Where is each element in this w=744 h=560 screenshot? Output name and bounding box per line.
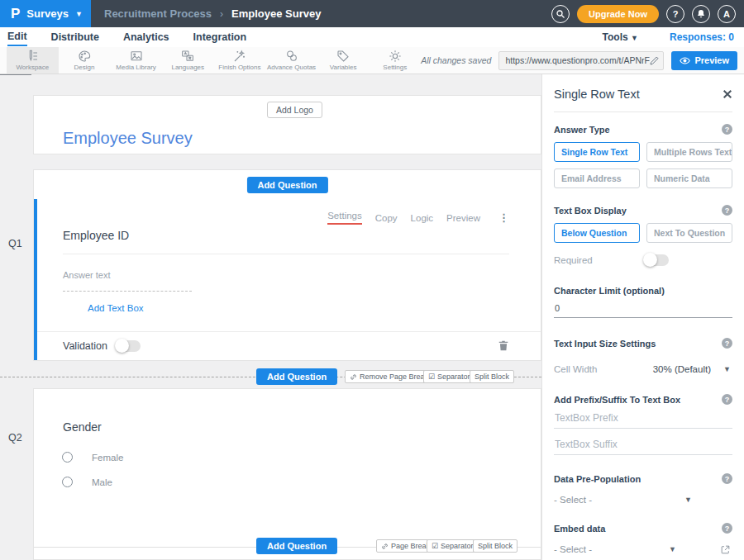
- chevron-down-icon: ▼: [669, 545, 676, 553]
- tools-menu[interactable]: Tools ▼: [603, 31, 638, 43]
- responses-count-link[interactable]: Responses: 0: [670, 31, 734, 43]
- q2-option-female[interactable]: Female: [62, 452, 123, 463]
- add-logo-button[interactable]: Add Logo: [267, 102, 322, 118]
- tab-distribute[interactable]: Distribute: [51, 30, 99, 45]
- upgrade-now-button[interactable]: Upgrade Now: [577, 5, 659, 23]
- toolbar-item-advance-quotas[interactable]: Advance Quotas: [265, 47, 317, 74]
- survey-header-card: Add Logo Employee Survey: [33, 95, 541, 154]
- separator-button[interactable]: ☑ Separator: [423, 370, 475, 383]
- toolbar-item-media-library[interactable]: Media Library: [110, 47, 162, 74]
- q1-logic-action[interactable]: Logic: [411, 213, 434, 223]
- radio-icon: [62, 452, 73, 463]
- link-icon: [381, 543, 389, 550]
- search-button[interactable]: [551, 5, 570, 23]
- validation-toggle[interactable]: [116, 340, 141, 352]
- help-icon[interactable]: ?: [722, 523, 732, 534]
- textbox-prefix-input[interactable]: [554, 412, 732, 429]
- tab-integration[interactable]: Integration: [193, 30, 247, 45]
- question-1-title[interactable]: Employee ID: [63, 229, 129, 242]
- help-icon[interactable]: ?: [722, 394, 732, 405]
- toolbar-item-workspace[interactable]: Workspace: [7, 47, 59, 74]
- add-question-button-bottom[interactable]: Add Question: [256, 538, 337, 554]
- preview-button[interactable]: Preview: [671, 51, 737, 70]
- split-block-button[interactable]: Split Block: [473, 539, 517, 553]
- breadcrumb-parent[interactable]: Recruitment Process: [104, 7, 212, 20]
- required-toggle[interactable]: [644, 254, 669, 266]
- chevron-down-icon: ▼: [631, 34, 638, 42]
- trash-icon: [498, 339, 509, 352]
- text-box-display-label: Text Box Display: [554, 206, 627, 216]
- prefix-suffix-label: Add Prefix/Suffix To Text Box: [554, 395, 680, 405]
- answer-text-field[interactable]: Answer text: [63, 270, 192, 292]
- advance-quotas-icon: [285, 50, 298, 63]
- chevron-down-icon: ▼: [723, 365, 731, 373]
- survey-url-box: [498, 51, 664, 70]
- account-avatar[interactable]: A: [718, 5, 736, 23]
- notifications-button[interactable]: [692, 5, 710, 23]
- separator-button[interactable]: ☑ Separator: [427, 539, 479, 553]
- tab-edit[interactable]: Edit: [7, 29, 27, 46]
- toolbar-item-variables[interactable]: Variables: [317, 47, 370, 74]
- add-text-box-link[interactable]: Add Text Box: [88, 303, 144, 313]
- question-2-title[interactable]: Gender: [63, 420, 102, 434]
- toolbar-item-finish-options[interactable]: Finish Options: [214, 47, 266, 74]
- question-1-number: Q1: [8, 238, 22, 249]
- panel-title: Single Row Text: [554, 88, 640, 101]
- add-question-button-top[interactable]: Add Question: [246, 177, 327, 193]
- character-limit-input[interactable]: [554, 303, 732, 318]
- textbox-suffix-input[interactable]: [554, 439, 732, 455]
- eye-icon: [680, 55, 690, 66]
- q1-preview-action[interactable]: Preview: [446, 213, 480, 223]
- q2-option-male[interactable]: Male: [62, 477, 112, 487]
- toolbar-item-languages[interactable]: Languages: [162, 47, 214, 74]
- external-link-button[interactable]: [720, 544, 731, 555]
- help-icon[interactable]: ?: [722, 338, 732, 349]
- q1-copy-action[interactable]: Copy: [375, 213, 398, 223]
- q1-settings-action[interactable]: Settings: [327, 211, 362, 225]
- breadcrumb-current: Employee Survey: [231, 7, 321, 20]
- required-label: Required: [554, 255, 593, 265]
- close-panel-button[interactable]: [723, 89, 732, 99]
- question-1-selected: Settings Copy Logic Preview ⋮ Employee I…: [34, 199, 541, 360]
- remove-page-break-button[interactable]: Remove Page Break: [345, 370, 433, 383]
- data-prepopulation-select[interactable]: - Select - ▼: [554, 495, 732, 505]
- chevron-down-icon: ▼: [684, 496, 692, 504]
- validation-label: Validation: [63, 340, 107, 352]
- cell-width-dropdown[interactable]: Cell Width 30% (Default) ▼: [554, 364, 732, 374]
- split-block-button[interactable]: Split Block: [470, 370, 514, 383]
- help-icon[interactable]: ?: [722, 124, 732, 135]
- edit-pencil-icon[interactable]: [650, 55, 660, 65]
- cell-width-value: 30% (Default): [653, 364, 711, 374]
- answer-type-single-row[interactable]: Single Row Text: [554, 142, 640, 162]
- embed-data-select[interactable]: - Select - ▼: [554, 544, 732, 554]
- help-icon[interactable]: ?: [722, 473, 732, 484]
- scrollbar-thumb[interactable]: [0, 74, 31, 75]
- add-question-button-mid[interactable]: Add Question: [256, 368, 337, 385]
- question-block-1: Add Question Settings Copy Logic Preview…: [33, 169, 541, 361]
- breadcrumb-separator-icon: ›: [220, 8, 223, 20]
- delete-question-button[interactable]: [498, 339, 509, 352]
- page-divider-1: Add Question Remove Page Break ☑ Separat…: [0, 368, 541, 386]
- answer-type-multiple-rows[interactable]: Multiple Rows Text: [646, 142, 732, 162]
- bell-icon: [696, 9, 706, 19]
- toolbar-item-design[interactable]: Design: [59, 47, 111, 74]
- survey-title[interactable]: Employee Survey: [63, 129, 193, 148]
- character-limit-label: Character Limit (optional): [554, 286, 665, 296]
- answer-type-email[interactable]: Email Address: [554, 168, 640, 188]
- help-button[interactable]: ?: [666, 5, 684, 23]
- tab-analytics[interactable]: Analytics: [123, 30, 169, 45]
- search-icon: [556, 9, 565, 19]
- display-below-question[interactable]: Below Question: [554, 223, 640, 243]
- checkbox-checked-icon: ☑: [432, 543, 438, 550]
- toolbar-item-settings[interactable]: Settings: [369, 47, 421, 74]
- media-library-icon: [130, 50, 143, 63]
- surveys-app-menu[interactable]: P Surveys ▼: [0, 0, 91, 27]
- survey-url-input[interactable]: [505, 55, 650, 65]
- kebab-menu-icon[interactable]: ⋮: [498, 211, 509, 224]
- answer-type-numeric[interactable]: Numeric Data: [646, 168, 732, 188]
- help-icon[interactable]: ?: [722, 205, 732, 216]
- data-prepopulation-label: Data Pre-Population: [554, 474, 641, 484]
- display-next-to-question[interactable]: Next To Question: [646, 223, 732, 243]
- autosave-status: All changes saved: [421, 55, 491, 65]
- external-link-icon: [720, 544, 731, 555]
